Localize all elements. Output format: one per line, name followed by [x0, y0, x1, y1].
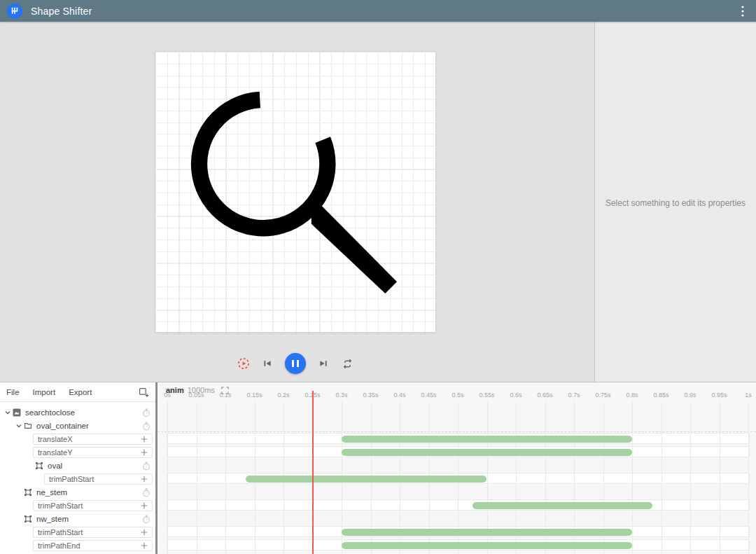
- ruler-tick-label: 0.8s: [626, 392, 638, 399]
- ruler-tick-label: 0.55s: [479, 392, 494, 399]
- add-block-button[interactable]: [141, 502, 148, 509]
- overflow-menu-button[interactable]: [736, 5, 749, 18]
- main-area: Select something to edit its properties: [0, 22, 756, 382]
- skip-previous-button[interactable]: [261, 357, 274, 370]
- app-root: Shape Shifter Select something to edit i…: [0, 0, 756, 554]
- add-layer-icon: [139, 387, 149, 398]
- menu-export[interactable]: Export: [69, 388, 92, 396]
- animator-timer-icon[interactable]: [142, 408, 150, 417]
- animator-timer-icon[interactable]: [142, 487, 150, 497]
- property-label: translateY: [38, 448, 141, 457]
- property-box-trimPathEnd[interactable]: trimPathEnd: [33, 540, 153, 551]
- property-box-trimPathStart[interactable]: trimPathStart: [33, 500, 153, 511]
- layer-row-searchtoclose[interactable]: searchtoclose: [0, 406, 155, 419]
- app-title: Shape Shifter: [31, 6, 92, 17]
- timeline-row-trimPathStart[interactable]: [158, 499, 756, 512]
- search-icon-artwork: [155, 52, 435, 332]
- skip-previous-icon: [262, 358, 273, 369]
- slow-motion-button[interactable]: [237, 357, 250, 370]
- repeat-icon: [342, 358, 354, 370]
- menu-import[interactable]: Import: [33, 388, 56, 396]
- add-block-button[interactable]: [141, 436, 148, 443]
- property-box-trimPathStart[interactable]: trimPathStart: [44, 473, 153, 485]
- animation-canvas[interactable]: [155, 51, 436, 333]
- ruler-tick-label: 0.75s: [595, 392, 610, 399]
- ruler-tick-label: 0.65s: [537, 392, 552, 399]
- expand-caret-icon[interactable]: [14, 422, 24, 429]
- property-box-trimPathStart[interactable]: trimPathStart: [33, 527, 153, 538]
- animation-block-trimPathStart[interactable]: [246, 476, 486, 483]
- timeline-row-trimPathStart[interactable]: [158, 525, 756, 539]
- animator-timer-icon[interactable]: [142, 461, 150, 470]
- layer-row-nw_stem[interactable]: nw_stem: [0, 512, 155, 525]
- add-layer-button[interactable]: [139, 387, 149, 399]
- timeline-rows: [158, 406, 756, 552]
- property-label: trimPathEnd: [38, 541, 141, 550]
- add-block-button[interactable]: [141, 449, 148, 456]
- top-app-bar: Shape Shifter: [0, 0, 756, 22]
- timeline-playhead[interactable]: [312, 391, 314, 554]
- vector-layer-icon: [13, 408, 21, 417]
- property-label: translateX: [38, 435, 141, 443]
- animator-timer-icon[interactable]: [142, 514, 150, 523]
- layer-row-oval_container[interactable]: oval_container: [0, 419, 155, 432]
- ruler-tick-label: 0.5s: [451, 392, 463, 399]
- timeline-row-trimPathEnd[interactable]: [158, 539, 756, 552]
- property-row-trimPathStart[interactable]: trimPathStart: [0, 472, 155, 485]
- add-block-button[interactable]: [141, 542, 148, 549]
- timeline-row-oval_container[interactable]: [158, 419, 756, 432]
- layer-tree: searchtocloseoval_container translateX t…: [0, 406, 155, 552]
- property-row-trimPathEnd[interactable]: trimPathEnd: [0, 539, 155, 552]
- add-block-button[interactable]: [141, 529, 148, 536]
- layer-row-oval[interactable]: oval: [0, 459, 155, 472]
- kebab-menu-icon: [741, 6, 744, 17]
- layer-label: searchtoclose: [25, 408, 75, 417]
- timeline-row-trimPathStart[interactable]: [158, 472, 756, 485]
- timeline-row-translateX[interactable]: [158, 432, 756, 445]
- animator-timer-icon[interactable]: [142, 421, 150, 430]
- timeline-track[interactable]: [167, 499, 750, 511]
- add-block-button[interactable]: [141, 476, 148, 483]
- play-pause-button[interactable]: [285, 353, 306, 374]
- animation-block-translateX[interactable]: [342, 436, 632, 443]
- layer-label: oval_container: [36, 422, 89, 430]
- animation-block-trimPathEnd[interactable]: [342, 542, 632, 549]
- property-row-translateY[interactable]: translateY: [0, 445, 155, 459]
- pause-icon: [297, 360, 299, 367]
- expand-caret-icon[interactable]: [3, 409, 13, 416]
- animation-block-translateY[interactable]: [342, 449, 632, 456]
- repeat-button[interactable]: [341, 357, 354, 370]
- menu-file[interactable]: File: [6, 388, 20, 396]
- canvas-region: [0, 22, 594, 382]
- ruler-tick-label: 0.45s: [421, 392, 436, 399]
- layer-label: oval: [48, 462, 62, 470]
- timeline-row-translateY[interactable]: [158, 445, 756, 459]
- layer-list-panel: File Import Export searchtocloseoval_con…: [0, 382, 155, 554]
- timeline-ruler[interactable]: 0s0.05s0.1s0.15s0.2s0.25s0.3s0.35s0.4s0.…: [158, 392, 756, 401]
- path-icon: [24, 488, 32, 497]
- property-row-trimPathStart[interactable]: trimPathStart: [0, 499, 155, 512]
- file-menu-bar: File Import Export: [0, 382, 155, 402]
- timeline-row-ne_stem[interactable]: [158, 485, 756, 499]
- ruler-tick-label: 0.95s: [711, 392, 727, 399]
- timeline-row-searchtoclose[interactable]: [158, 406, 756, 419]
- property-label: trimPathStart: [49, 475, 141, 483]
- property-box-translateY[interactable]: translateY: [33, 447, 153, 458]
- skip-next-button[interactable]: [317, 357, 330, 370]
- property-box-translateX[interactable]: translateX: [33, 434, 153, 445]
- timeline-row-nw_stem[interactable]: [158, 512, 756, 525]
- slow-motion-icon: [237, 357, 250, 370]
- ruler-tick-label: 0.2s: [277, 392, 289, 399]
- animation-block-trimPathStart[interactable]: [342, 529, 632, 536]
- group-folder-icon: [24, 422, 32, 430]
- ruler-tick-label: 0.4s: [393, 392, 405, 399]
- ruler-tick-label: 0.3s: [335, 392, 347, 399]
- ruler-tick-label: 0.1s: [219, 392, 231, 399]
- layer-row-ne_stem[interactable]: ne_stem: [0, 485, 155, 499]
- animation-block-trimPathStart[interactable]: [472, 502, 652, 509]
- property-row-trimPathStart[interactable]: trimPathStart: [0, 525, 155, 539]
- timeline-row-oval[interactable]: [158, 459, 756, 472]
- skip-next-icon: [318, 358, 329, 369]
- ruler-tick-label: 1s: [745, 392, 752, 399]
- property-row-translateX[interactable]: translateX: [0, 432, 155, 445]
